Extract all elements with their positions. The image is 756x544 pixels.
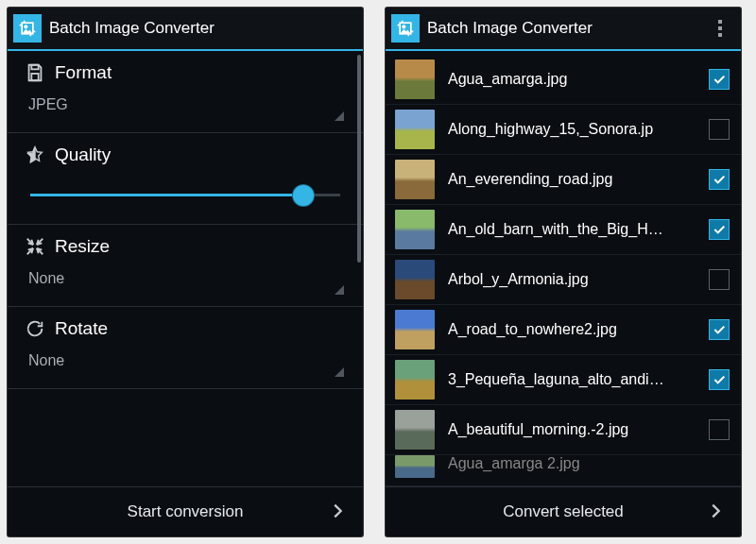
rotate-section: Rotate None: [8, 307, 363, 388]
collapse-icon: [25, 236, 45, 257]
svg-point-5: [403, 26, 405, 27]
file-thumbnail: [395, 360, 435, 400]
quality-slider[interactable]: [30, 177, 340, 214]
svg-rect-2: [31, 65, 38, 70]
file-checkbox[interactable]: [709, 419, 730, 440]
checkmark-icon: [712, 222, 727, 237]
file-thumbnail: [395, 160, 435, 199]
file-checkbox[interactable]: [709, 369, 730, 390]
file-thumbnail: [395, 260, 435, 299]
start-conversion-label: Start conversion: [128, 502, 244, 521]
file-row[interactable]: An_everending_road.jpg: [386, 155, 741, 205]
convert-selected-label: Convert selected: [503, 502, 624, 521]
file-name: 3_Pequeña_laguna_alto_andi…: [448, 371, 709, 388]
file-row[interactable]: 3_Pequeña_laguna_alto_andi…: [386, 355, 741, 405]
file-checkbox[interactable]: [709, 119, 730, 140]
chevron-right-icon: [705, 501, 726, 521]
action-bar: Batch Image Converter: [386, 8, 741, 51]
file-row[interactable]: An_old_barn_with_the_Big_H…: [386, 205, 741, 255]
crop-image-icon: [18, 19, 37, 38]
rotate-title: Rotate: [55, 318, 108, 339]
checkmark-icon: [712, 372, 727, 387]
format-selector[interactable]: JPEG: [25, 94, 346, 127]
rotate-selector[interactable]: None: [25, 350, 346, 382]
file-checkbox[interactable]: [709, 269, 730, 290]
app-title: Batch Image Converter: [427, 19, 709, 38]
file-name: An_everending_road.jpg: [448, 171, 709, 188]
file-row[interactable]: A_beautiful_morning.-2.jpg: [386, 405, 741, 455]
overflow-menu-button[interactable]: [709, 17, 731, 40]
file-selection-screen: Batch Image Converter Agua_amarga.jpgAlo…: [386, 8, 741, 536]
file-name: Agua_amarga.jpg: [448, 71, 709, 88]
resize-section: Resize None: [8, 225, 363, 306]
app-icon: [391, 14, 420, 42]
file-name: Agua_amarga 2.jpg: [448, 455, 730, 472]
app-icon: [13, 14, 42, 42]
rotate-icon: [25, 318, 45, 339]
dropdown-indicator-icon: [335, 111, 344, 121]
resize-value: None: [28, 270, 64, 286]
action-bar: Batch Image Converter: [8, 8, 363, 51]
checkmark-icon: [712, 172, 727, 187]
app-title: Batch Image Converter: [49, 19, 357, 38]
checkmark-icon: [712, 322, 727, 337]
start-conversion-button[interactable]: Start conversion: [8, 486, 363, 536]
file-row[interactable]: Agua_amarga 2.jpg: [386, 455, 741, 486]
overflow-menu-icon: [718, 20, 722, 24]
file-list[interactable]: Agua_amarga.jpgAlong_highway_15,_Sonora.…: [386, 51, 741, 486]
format-title: Format: [55, 62, 112, 83]
checkmark-icon: [712, 72, 727, 87]
svg-rect-3: [31, 74, 38, 80]
file-name: Arbol_y_Armonia.jpg: [448, 271, 709, 288]
file-thumbnail: [395, 410, 435, 450]
scrollbar[interactable]: [357, 55, 361, 263]
divider: [8, 388, 363, 389]
file-name: Along_highway_15,_Sonora.jp: [448, 121, 709, 138]
save-icon: [25, 62, 45, 83]
file-name: A_beautiful_morning.-2.jpg: [448, 421, 709, 438]
dropdown-indicator-icon: [335, 367, 344, 377]
convert-selected-button[interactable]: Convert selected: [386, 486, 741, 536]
file-thumbnail: [395, 60, 435, 99]
file-checkbox[interactable]: [709, 319, 730, 340]
svg-point-1: [25, 26, 26, 27]
file-row[interactable]: Along_highway_15,_Sonora.jp: [386, 105, 741, 155]
slider-thumb[interactable]: [293, 185, 314, 206]
file-thumbnail: [395, 310, 435, 349]
resize-selector[interactable]: None: [25, 268, 346, 300]
file-row[interactable]: A_road_to_nowhere2.jpg: [386, 305, 741, 355]
file-thumbnail: [395, 210, 435, 249]
settings-content: Format JPEG Quality Resize: [8, 51, 363, 486]
star-half-icon: [25, 144, 45, 165]
file-thumbnail: [395, 110, 435, 149]
format-value: JPEG: [28, 96, 68, 112]
file-name: A_road_to_nowhere2.jpg: [448, 321, 709, 338]
slider-fill: [30, 194, 303, 196]
file-thumbnail: [395, 455, 435, 478]
file-checkbox[interactable]: [709, 169, 730, 190]
format-section: Format JPEG: [8, 51, 363, 132]
rotate-value: None: [28, 352, 64, 368]
quality-title: Quality: [55, 144, 111, 165]
quality-section: Quality: [8, 133, 363, 224]
file-name: An_old_barn_with_the_Big_H…: [448, 221, 709, 238]
file-checkbox[interactable]: [709, 219, 730, 240]
file-row[interactable]: Agua_amarga.jpg: [386, 55, 741, 105]
dropdown-indicator-icon: [335, 285, 344, 295]
file-row[interactable]: Arbol_y_Armonia.jpg: [386, 255, 741, 305]
crop-image-icon: [396, 19, 415, 38]
chevron-right-icon: [327, 501, 348, 521]
resize-title: Resize: [55, 236, 110, 257]
file-checkbox[interactable]: [709, 69, 730, 90]
settings-screen: Batch Image Converter Format JPEG Qualit…: [8, 8, 363, 536]
